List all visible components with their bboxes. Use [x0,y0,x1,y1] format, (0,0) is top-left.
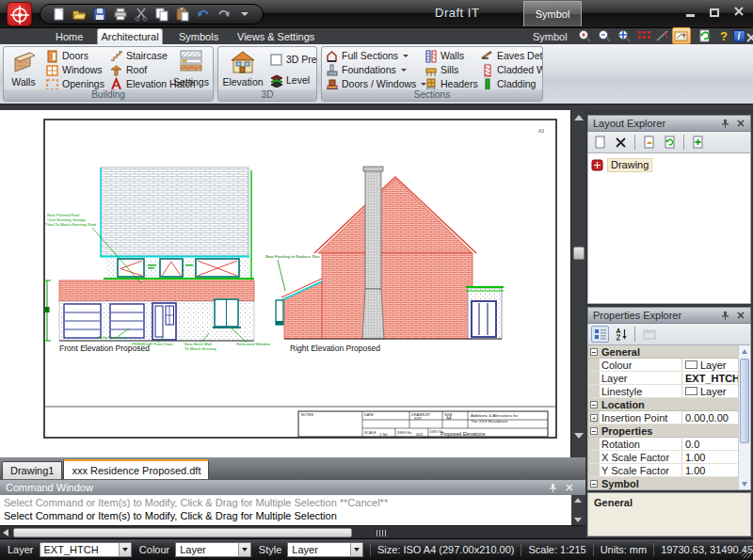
minimize-button[interactable] [683,6,697,17]
expand-icon[interactable]: + [590,414,598,422]
layout-item-drawing[interactable]: Drawing [591,157,747,172]
property-row[interactable]: ColourLayer [588,359,750,372]
zoom-in-button[interactable] [576,27,593,44]
walls-button[interactable]: Walls [5,49,42,90]
scroll-thumb[interactable] [740,359,749,443]
pin-icon[interactable] [720,311,729,321]
collapse-icon[interactable]: − [590,401,598,408]
ortho-button[interactable] [654,27,671,44]
colour-combo[interactable]: Layer [175,542,251,557]
foundations-button[interactable]: Foundations [325,63,419,76]
delete-layout-button[interactable] [612,134,630,151]
h-scroll-thumb[interactable] [13,528,352,537]
cladding-button[interactable]: Cladding [480,77,542,90]
new-button[interactable] [50,6,67,23]
v-scroll-thumb[interactable] [573,247,585,260]
zoom-out-button[interactable] [596,27,613,44]
style-combo[interactable]: Layer [287,542,363,557]
close-panel-icon[interactable] [565,483,574,492]
colour-swatch[interactable] [685,360,697,369]
collapse-icon[interactable]: − [590,348,598,356]
save-button[interactable] [91,6,108,23]
windows-button[interactable]: Windows [45,63,107,76]
layer-combo[interactable]: EXT_HTCH [40,542,132,557]
property-group[interactable]: −Symbol [588,477,750,490]
property-row[interactable]: LinestyleLayer [588,385,750,398]
full-sections-button[interactable]: Full Sections [325,49,419,62]
layer-dropdown-button[interactable] [119,543,131,556]
linestyle-swatch[interactable] [685,387,697,395]
canvas-vertical-scrollbar[interactable] [570,110,585,457]
paste-button[interactable] [174,6,191,23]
sills-button[interactable]: Sills [424,63,478,76]
open-button[interactable] [71,6,88,23]
new-layout-button[interactable] [591,134,609,151]
tab-symbols[interactable]: Symbols [166,28,232,44]
headers-button[interactable]: Headers [424,77,478,90]
cladded-walls-button[interactable]: Cladded Walls [480,63,542,76]
undo-button[interactable] [195,6,212,23]
add-layout-button[interactable] [689,134,707,151]
scroll-up-icon[interactable] [742,349,747,354]
symbol-tool-button-active[interactable] [672,27,691,44]
doors-button[interactable]: Doors [45,49,107,62]
qat-customize-dropdown[interactable] [236,6,253,23]
property-row[interactable]: Y Scale Factor1.00 [588,464,750,477]
tab-architectural[interactable]: Architectural [97,28,163,44]
colour-dropdown-button[interactable] [238,543,250,556]
property-row[interactable]: +Insertion Point0.00,0.00 [588,411,750,424]
collapse-icon[interactable]: − [590,480,598,488]
3d-preview-checkbox[interactable]: 3D Preview [269,53,316,66]
refresh-button[interactable] [697,27,713,44]
tab-views-settings[interactable]: Views & Settings [224,28,328,44]
properties-scrollbar[interactable] [738,345,750,490]
app-menu-button[interactable] [7,2,32,26]
close-panel-icon[interactable] [736,311,745,320]
close-panel-icon[interactable] [736,119,745,128]
style-dropdown-button[interactable] [350,543,362,556]
close-button[interactable] [732,6,745,17]
scroll-down-icon[interactable] [742,482,747,487]
doc-tab-drawing1[interactable]: Drawing1 [2,461,62,479]
scroll-left-icon[interactable] [3,529,8,536]
settings-button[interactable]: Settings [169,49,213,90]
command-vertical-scrollbar[interactable] [571,495,585,525]
tab-home[interactable]: Home [42,28,96,44]
property-row[interactable]: Rotation0.0 [588,438,750,451]
pin-icon[interactable] [720,119,729,129]
categorized-view-button[interactable] [591,326,609,343]
alphabetical-sort-button[interactable] [612,326,630,343]
property-group[interactable]: −General [588,345,750,359]
walls-sections-button[interactable]: Walls [424,49,478,62]
redo-button[interactable] [216,6,232,23]
print-button[interactable] [112,6,129,23]
collapse-icon[interactable]: − [590,427,598,435]
scroll-down-icon[interactable] [574,433,584,439]
refresh-layout-button[interactable] [661,134,679,151]
command-horizontal-scrollbar[interactable] [0,525,585,538]
property-group[interactable]: −Location [588,398,750,411]
snap-grid-button[interactable] [635,27,652,44]
resize-grip[interactable] [742,549,751,558]
scroll-up-icon[interactable] [574,498,582,503]
symbol-context-tab[interactable]: Symbol [523,1,582,26]
property-group[interactable]: −Properties [588,424,750,438]
maximize-button[interactable] [708,6,721,17]
doors-windows-sections-button[interactable]: Doors / Windows [325,77,419,90]
drawing-canvas[interactable]: A3 [0,110,570,457]
copy-button[interactable] [153,6,170,23]
import-layout-button[interactable] [640,134,658,151]
command-history[interactable]: Select Command or Item(s) to Modify, Cli… [0,495,585,525]
openings-button[interactable]: Openings [45,77,107,90]
scroll-down-icon[interactable] [574,518,582,522]
zoom-extents-button[interactable] [616,27,633,44]
cut-button[interactable] [133,6,150,23]
property-row[interactable]: X Scale Factor1.00 [588,451,750,464]
elevation-button[interactable]: Elevation [220,49,265,90]
scroll-up-icon[interactable] [574,115,584,120]
level-button[interactable]: Level [269,73,316,87]
eaves-details-button[interactable]: Eaves Details [480,49,542,62]
property-row[interactable]: LayerEXT_HTCH [588,372,750,385]
doc-tab-residence[interactable]: xxx Residence Proposed.dft [63,459,209,479]
pin-icon[interactable] [548,483,557,493]
